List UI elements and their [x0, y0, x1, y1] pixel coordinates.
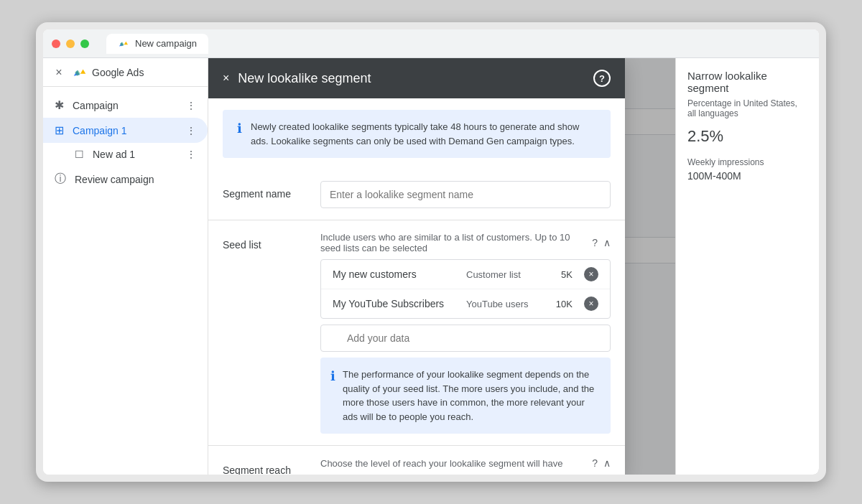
seed-list-label: Seed list	[223, 232, 309, 251]
reach-chevron-icon[interactable]: ∧	[603, 457, 611, 469]
app-name-label: Google Ads	[92, 67, 144, 78]
more-icon[interactable]: ⋮	[186, 100, 196, 111]
sidebar-item-campaign1[interactable]: ⊞ Campaign 1 ⋮	[43, 118, 208, 143]
help-circle-icon[interactable]: ?	[592, 237, 598, 248]
browser-min-btn[interactable]	[66, 39, 75, 48]
modal-title: New lookalike segment	[238, 71, 585, 86]
ads-logo-icon	[118, 38, 129, 50]
browser-tab-label: New campaign	[135, 38, 197, 49]
sidebar-nav: ✱ Campaign ⋮ ⊞ Campaign 1 ⋮ ☐ New ad 1	[43, 87, 208, 198]
sidebar-item-newad[interactable]: ☐ New ad 1 ⋮	[43, 143, 208, 166]
sidebar-header: × Google Ads	[43, 58, 208, 87]
seed-list-control: Include users who are similar to a list …	[320, 232, 611, 434]
modal-dialog: × New lookalike segment ? ℹ Newly create…	[208, 58, 625, 475]
modal-overlay: × New lookalike segment ? ℹ Newly create…	[208, 58, 819, 475]
segment-name-section: Segment name	[208, 169, 625, 220]
seed-name-1: My new customers	[333, 269, 460, 280]
seed-list-header: Include users who are similar to a list …	[320, 232, 611, 253]
sidebar-item-campaign[interactable]: ✱ Campaign ⋮	[43, 93, 208, 118]
segment-reach-control: Choose the level of reach your lookalike…	[320, 457, 611, 475]
modal-close-button[interactable]: ×	[223, 72, 229, 85]
segment-reach-section: Segment reach Choose the level of reach …	[208, 446, 625, 475]
performance-info: ℹ The performance of your lookalike segm…	[320, 358, 611, 434]
reach-help-icon[interactable]: ?	[592, 457, 598, 469]
seed-list-row: My new customers Customer list 5K ×	[321, 260, 610, 289]
seed-type-2: YouTube users	[466, 299, 538, 309]
asterisk-icon: ✱	[55, 98, 64, 112]
info-banner: ℹ Newly created lookalike segments typic…	[223, 110, 611, 158]
sidebar-close-button[interactable]: ×	[52, 65, 66, 80]
seed-remove-btn-2[interactable]: ×	[584, 297, 598, 311]
seed-list-icons: ? ∧	[592, 237, 611, 248]
modal-header: × New lookalike segment ?	[208, 58, 625, 98]
more-icon-newad[interactable]: ⋮	[186, 149, 196, 160]
info-banner-text: Newly created lookalike segments typical…	[251, 120, 596, 148]
narrow-impressions-label: Weekly impressions	[687, 157, 807, 167]
seed-count-1: 5K	[544, 269, 573, 280]
more-icon-campaign1[interactable]: ⋮	[186, 125, 196, 136]
google-ads-logo-icon	[72, 65, 88, 80]
seed-type-1: Customer list	[466, 269, 538, 280]
narrow-panel-subtitle: Percentage in United States, all languag…	[687, 98, 807, 118]
browser-tab[interactable]: New campaign	[106, 34, 208, 54]
performance-text: The performance of your lookalike segmen…	[343, 368, 601, 424]
seed-list-table: My new customers Customer list 5K × My Y…	[320, 259, 611, 319]
browser-bar: New campaign	[43, 29, 819, 58]
sidebar-item-review[interactable]: ⓘ Review campaign	[43, 166, 208, 192]
performance-info-icon: ℹ	[330, 368, 335, 384]
sidebar-item-label: Campaign	[73, 100, 119, 111]
sidebar-item-label: Campaign 1	[73, 125, 127, 136]
segment-name-label: Segment name	[223, 181, 309, 200]
grid-icon: ⊞	[55, 123, 64, 137]
doc-icon: ☐	[75, 149, 84, 160]
app-area: × Google Ads ✱ Campaign	[43, 58, 819, 475]
seed-remove-btn-1[interactable]: ×	[584, 267, 598, 281]
seed-list-desc: Include users who are similar to a list …	[320, 232, 592, 253]
narrow-panel-pct: 2.5%	[687, 127, 807, 146]
reach-header: Choose the level of reach your lookalike…	[320, 457, 611, 469]
reach-desc: Choose the level of reach your lookalike…	[320, 458, 592, 469]
narrow-panel-title: Narrow lookalike segment	[687, 70, 807, 94]
info-icon: ℹ	[237, 121, 242, 136]
info-circle-icon: ⓘ	[55, 172, 66, 187]
sidebar-item-label: New ad 1	[93, 149, 135, 160]
sidebar-item-label: Review campaign	[75, 174, 154, 185]
seed-count-2: 10K	[544, 299, 573, 309]
seed-name-2: My YouTube Subscribers	[333, 298, 460, 309]
seed-list-row-2: My YouTube Subscribers YouTube users 10K…	[321, 289, 610, 318]
narrow-impressions-value: 100M-400M	[687, 170, 807, 182]
sidebar: × Google Ads ✱ Campaign	[43, 58, 208, 475]
browser-max-btn[interactable]	[80, 39, 89, 48]
narrow-panel: Narrow lookalike segment Percentage in U…	[675, 58, 819, 475]
add-data-input[interactable]	[320, 325, 611, 352]
main-content: Campaign gr... Ad group n... Ad group na…	[208, 58, 819, 475]
seed-list-section: Seed list Include users who are similar …	[208, 220, 625, 446]
segment-name-input[interactable]	[320, 181, 611, 208]
segment-name-control	[320, 181, 611, 208]
modal-help-button[interactable]: ?	[593, 70, 611, 87]
segment-reach-label: Segment reach	[223, 457, 309, 475]
browser-close-btn[interactable]	[52, 39, 60, 48]
chevron-up-icon[interactable]: ∧	[603, 237, 611, 248]
add-data-wrapper: 🔍	[320, 325, 611, 352]
modal-body: ℹ Newly created lookalike segments typic…	[208, 98, 625, 475]
google-ads-logo: Google Ads	[72, 65, 144, 80]
